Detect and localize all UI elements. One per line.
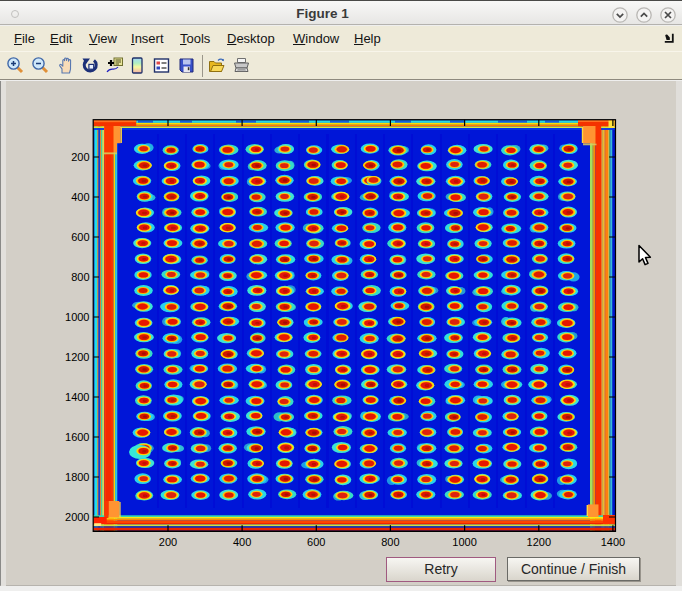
- svg-text:1200: 1200: [65, 351, 89, 363]
- svg-text:600: 600: [307, 536, 325, 548]
- svg-text:1600: 1600: [65, 431, 89, 443]
- svg-text:600: 600: [71, 231, 89, 243]
- svg-text:2000: 2000: [65, 511, 89, 523]
- svg-text:1000: 1000: [65, 311, 89, 323]
- svg-text:400: 400: [71, 191, 89, 203]
- svg-text:1400: 1400: [601, 536, 625, 548]
- svg-text:200: 200: [71, 151, 89, 163]
- svg-text:1000: 1000: [452, 536, 476, 548]
- svg-text:1200: 1200: [527, 536, 551, 548]
- svg-text:1400: 1400: [65, 391, 89, 403]
- svg-text:1800: 1800: [65, 471, 89, 483]
- svg-text:200: 200: [159, 536, 177, 548]
- svg-text:400: 400: [233, 536, 251, 548]
- svg-text:800: 800: [71, 271, 89, 283]
- svg-text:800: 800: [381, 536, 399, 548]
